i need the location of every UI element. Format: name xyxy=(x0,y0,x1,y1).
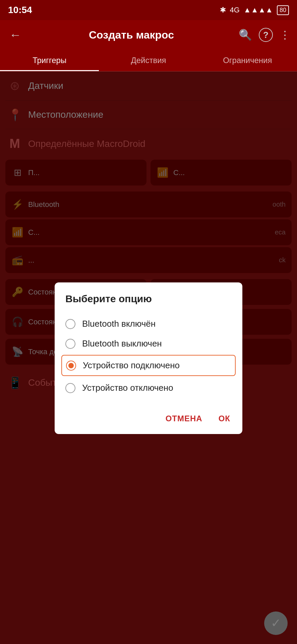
option-bt-off[interactable]: Bluetooth выключен xyxy=(65,334,232,354)
tab-restrictions[interactable]: Ограничения xyxy=(198,50,297,71)
option-bt-on[interactable]: Bluetooth включён xyxy=(65,314,232,334)
cancel-button[interactable]: ОТМЕНА xyxy=(164,411,204,426)
option-bt-disconnected[interactable]: Устройство отключено xyxy=(65,378,232,398)
option-bt-connected[interactable]: Устройство подключено xyxy=(61,355,236,376)
network-signal-icon: ▲▲▲▲ xyxy=(244,6,273,14)
status-bar: 10:54 ✱ 4G ▲▲▲▲ 80 xyxy=(0,0,297,20)
battery-icon: 80 xyxy=(277,5,289,15)
page-title: Создать макрос xyxy=(31,29,232,41)
status-time: 10:54 xyxy=(8,5,32,15)
tabs: Триггеры Действия Ограничения xyxy=(0,50,297,71)
option-bt-on-label: Bluetooth включён xyxy=(82,319,156,329)
search-button[interactable]: 🔍 xyxy=(239,29,252,41)
dialog-title: Выберите опцию xyxy=(65,293,232,305)
option-bt-connected-label: Устройство подключено xyxy=(83,360,180,371)
more-button[interactable]: ⋮ xyxy=(280,29,290,41)
option-bt-disconnected-label: Устройство отключено xyxy=(82,383,173,393)
modal-backdrop[interactable]: Выберите опцию Bluetooth включён Bluetoo… xyxy=(0,71,297,644)
dialog: Выберите опцию Bluetooth включён Bluetoo… xyxy=(55,282,242,434)
main-content: ⊛ Датчики 📍 Местоположение M Определённы… xyxy=(0,71,297,644)
toolbar: ← Создать макрос 🔍 ? ⋮ xyxy=(0,20,297,50)
radio-bt-connected[interactable] xyxy=(66,361,76,371)
status-icons: ✱ 4G ▲▲▲▲ 80 xyxy=(220,5,289,15)
bluetooth-icon: ✱ xyxy=(220,6,226,14)
signal-icon: 4G xyxy=(230,6,240,14)
radio-bt-off[interactable] xyxy=(65,339,75,349)
dialog-buttons: ОТМЕНА ОК xyxy=(65,407,232,426)
option-bt-off-label: Bluetooth выключен xyxy=(82,338,162,349)
ok-button[interactable]: ОК xyxy=(217,411,232,426)
tab-triggers[interactable]: Триггеры xyxy=(0,50,99,71)
back-button[interactable]: ← xyxy=(7,25,24,45)
radio-bt-on[interactable] xyxy=(65,319,75,329)
tab-actions[interactable]: Действия xyxy=(99,50,198,71)
toolbar-actions: 🔍 ? ⋮ xyxy=(239,28,290,42)
help-button[interactable]: ? xyxy=(259,28,273,42)
radio-bt-disconnected[interactable] xyxy=(65,383,75,393)
